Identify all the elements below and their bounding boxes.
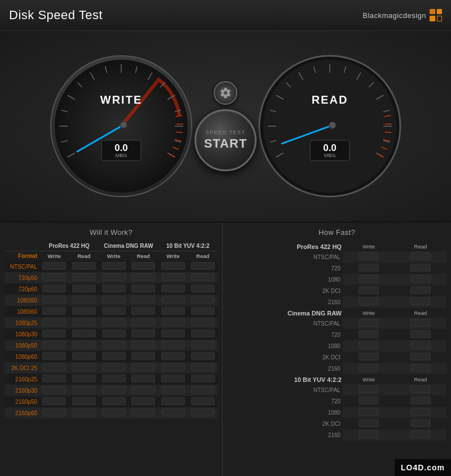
write2: Write <box>99 251 129 261</box>
format-cell: NTSC/PAL <box>227 384 343 395</box>
data-cell <box>188 340 218 351</box>
format-cell: 1080p60 <box>5 351 39 362</box>
data-cell <box>39 407 69 419</box>
data-cell <box>69 261 99 272</box>
center-controls: SPEED TEST START <box>194 81 257 171</box>
write-cell <box>343 384 395 395</box>
brand-squares <box>430 9 442 21</box>
read-cell <box>395 318 446 329</box>
data-cell <box>99 396 129 407</box>
data-cell <box>188 328 218 340</box>
right-section-title: How Fast? <box>227 228 446 237</box>
write-cell <box>343 407 395 418</box>
write-cell <box>343 296 395 308</box>
cdng-header: Cinema DNG RAW <box>99 241 158 251</box>
data-cell <box>99 328 129 340</box>
app-title: Disk Speed Test <box>9 8 103 23</box>
write-col-label: Write <box>343 308 395 318</box>
write-cell <box>343 285 395 296</box>
left-table-wrap: Will it Work? ProRes 422 HQ Cinema DNG R… <box>0 223 223 476</box>
data-cell <box>69 306 99 317</box>
left-table: ProRes 422 HQ Cinema DNG RAW 10 Bit YUV … <box>5 241 218 419</box>
data-cell <box>39 306 69 317</box>
data-cell <box>69 328 99 340</box>
data-cell <box>69 385 99 396</box>
data-cell <box>69 407 99 419</box>
read-cell <box>395 429 446 441</box>
data-cell <box>99 295 129 306</box>
right-table-body: ProRes 422 HQ Write Read NTSC/PAL 720 10… <box>227 241 446 441</box>
read-cell <box>395 407 446 418</box>
read-col-label: Read <box>395 308 446 318</box>
start-button[interactable]: SPEED TEST START <box>194 109 257 171</box>
read-cell <box>395 352 446 363</box>
data-cell <box>188 295 218 306</box>
data-cell <box>158 295 188 306</box>
format-cell: 1080 <box>227 340 343 352</box>
svg-text:MB/s: MB/s <box>116 153 127 158</box>
table-row: 2160 <box>227 363 446 374</box>
write-cell <box>343 363 395 374</box>
table-row: 1080 <box>227 274 446 285</box>
section-label: 10 Bit YUV 4:2:2 <box>227 374 343 384</box>
data-cell <box>69 396 99 407</box>
table-row: 1080 <box>227 407 446 418</box>
data-cell <box>99 283 129 295</box>
data-cell <box>69 295 99 306</box>
data-cell <box>188 407 218 419</box>
read-cell <box>395 263 446 274</box>
data-cell <box>158 362 188 373</box>
data-cell <box>158 385 188 396</box>
format-sub: Format <box>5 251 39 261</box>
read1: Read <box>69 251 99 261</box>
data-cell <box>188 351 218 362</box>
data-cell <box>39 362 69 373</box>
section-header-row: Cinema DNG RAW Write Read <box>227 308 446 318</box>
data-cell <box>69 362 99 373</box>
table-row: 720 <box>227 329 446 340</box>
prores-header: ProRes 422 HQ <box>39 241 99 251</box>
write-col-label: Write <box>343 374 395 384</box>
brand-logo: Blackmagicdesign <box>362 9 442 21</box>
format-cell: 2K DCI 25 <box>5 362 39 373</box>
table-row: 2K DCI <box>227 418 446 429</box>
data-cell <box>188 396 218 407</box>
table-row: 2160 <box>227 296 446 308</box>
data-cell <box>99 407 129 419</box>
read-gauge: READ 0.0 MB/s <box>257 53 403 199</box>
write-cell <box>343 429 395 441</box>
read-cell <box>395 285 446 296</box>
write-cell <box>343 418 395 429</box>
read3: Read <box>188 251 218 261</box>
format-cell: NTSC/PAL <box>227 318 343 329</box>
format-cell: 1080i50 <box>5 295 39 306</box>
table-row: 2160p30 <box>5 385 218 396</box>
format-cell: 1080 <box>227 407 343 418</box>
write-cell <box>343 340 395 352</box>
table-row: 1080p30 <box>5 328 218 340</box>
data-cell <box>99 261 129 272</box>
data-cell <box>99 362 129 373</box>
gear-icon <box>219 87 232 99</box>
data-cell <box>158 351 188 362</box>
table-row: NTSC/PAL <box>5 261 218 272</box>
svg-text:MB/s: MB/s <box>324 153 336 158</box>
format-header <box>5 241 39 251</box>
read-cell <box>395 296 446 308</box>
data-cell <box>99 373 129 385</box>
write-gauge: WRITE 0.0 MB/s <box>48 53 194 199</box>
read2: Read <box>129 251 158 261</box>
table-row: 720p50 <box>5 272 218 283</box>
read-col-label: Read <box>395 241 446 251</box>
data-cell <box>129 306 158 317</box>
data-cell <box>39 351 69 362</box>
left-section-title: Will it Work? <box>5 228 218 237</box>
read-cell <box>395 274 446 285</box>
read-col-label: Read <box>395 374 446 384</box>
table-row: NTSC/PAL <box>227 384 446 395</box>
section-label: ProRes 422 HQ <box>227 241 343 251</box>
data-cell <box>158 283 188 295</box>
gear-button[interactable] <box>214 81 237 105</box>
format-cell: 2160 <box>227 296 343 308</box>
data-cell <box>39 317 69 328</box>
